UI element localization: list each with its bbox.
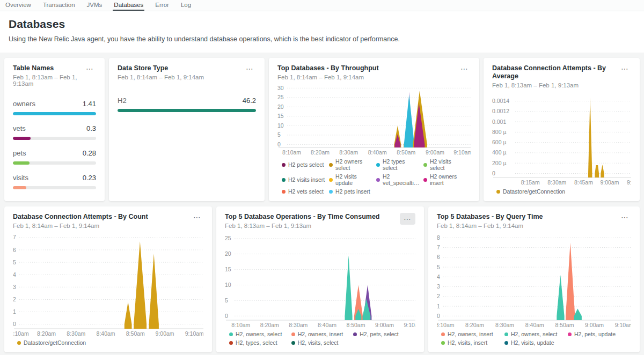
- svg-text:9:10am: 9:10am: [615, 322, 631, 328]
- card-title: Table Names: [13, 64, 84, 72]
- card-title: Database Connection Attempts - By Averag…: [492, 64, 619, 80]
- svg-text:600 µ: 600 µ: [492, 139, 507, 145]
- svg-text:0: 0: [13, 321, 16, 327]
- bar-row-vets: vets0.3: [13, 124, 96, 140]
- svg-text:9:00am: 9:00am: [426, 149, 444, 156]
- page-description: Using the New Relic Java agent, you have…: [9, 35, 635, 43]
- legend-item[interactable]: H2 owners insert: [423, 173, 471, 186]
- card-menu-icon[interactable]: ⋯: [191, 213, 203, 221]
- svg-text:0: 0: [492, 170, 495, 176]
- svg-text:3: 3: [437, 283, 440, 290]
- card-menu-icon[interactable]: ⋯: [619, 213, 631, 221]
- legend-item[interactable]: H2 owners select: [329, 158, 376, 171]
- legend-label: H2, owners, select: [236, 331, 282, 337]
- legend-dot-icon: [282, 190, 286, 194]
- chart-legend: H2, owners, insertH2, owners, selectH2, …: [437, 331, 631, 346]
- card-time-range: Feb 1, 8:13am – Feb 1, 9:13am: [492, 82, 619, 88]
- svg-text:8:10am: 8:10am: [231, 322, 250, 328]
- svg-text:8: 8: [437, 234, 440, 241]
- svg-text:8:40am: 8:40am: [97, 330, 115, 337]
- time-consumed-area-chart: 05101520258:10am8:20am8:30am8:40am8:50am…: [225, 230, 415, 329]
- svg-text:200 µ: 200 µ: [492, 160, 507, 166]
- legend-item[interactable]: H2, visits, insert: [441, 339, 504, 346]
- throughput-area-chart: 0510152025308:10am8:20am8:30am8:40am8:50…: [277, 82, 471, 157]
- svg-text:10: 10: [225, 282, 231, 288]
- svg-text:8:40am: 8:40am: [525, 322, 544, 328]
- bar-row-h2: H246.2: [118, 97, 256, 112]
- legend-item[interactable]: H2, owners, select: [229, 331, 291, 337]
- bar-track: [13, 112, 96, 115]
- legend-dot-icon: [423, 178, 427, 182]
- bar-fill: [13, 112, 96, 115]
- legend-item[interactable]: H2 vet_specialti…: [376, 173, 423, 186]
- legend-dot-icon: [568, 332, 572, 336]
- tab-databases[interactable]: Databases: [113, 0, 144, 11]
- legend-item[interactable]: Datastore/getConnection: [17, 339, 89, 346]
- legend-label: H2 vet_specialti…: [383, 173, 420, 186]
- legend-item[interactable]: H2 visits insert: [282, 173, 329, 186]
- legend-item[interactable]: H2 pets insert: [329, 188, 376, 195]
- legend-label: H2, owners, insert: [448, 331, 493, 337]
- legend-item[interactable]: H2, visits, update: [504, 339, 568, 346]
- legend-label: H2 vets select: [288, 188, 324, 195]
- card-menu-icon[interactable]: ⋯: [400, 213, 415, 225]
- svg-text:8:10am: 8:10am: [13, 330, 29, 337]
- card-connection-attempts-average: Database Connection Attempts - By Averag…: [484, 58, 640, 201]
- card-time-range: Feb 1, 8:14am – Feb 1, 9:14am: [13, 223, 148, 229]
- svg-text:9:10am: 9:10am: [453, 149, 471, 156]
- card-top-databases-throughput: Top Databases - By Throughput Feb 1, 8:1…: [269, 58, 479, 201]
- svg-text:20: 20: [225, 250, 231, 257]
- legend-item[interactable]: H2 visits select: [423, 158, 471, 171]
- legend-dot-icon: [229, 341, 233, 345]
- page-title: Databases: [9, 18, 635, 31]
- legend-item[interactable]: H2, owners, insert: [291, 331, 354, 337]
- legend-item[interactable]: H2 visits update: [329, 173, 376, 186]
- tab-error[interactable]: Error: [154, 0, 170, 11]
- tab-log[interactable]: Log: [180, 0, 192, 11]
- legend-label: H2, visits, insert: [448, 339, 487, 346]
- legend-label: H2 pets select: [288, 161, 324, 168]
- legend-item[interactable]: Datastore/getConnection: [496, 188, 568, 195]
- tab-bar: OverviewTransactionJVMsDatabasesErrorLog: [0, 0, 644, 11]
- bar-label: H2: [118, 97, 127, 105]
- legend-dot-icon: [504, 341, 508, 345]
- svg-text:4: 4: [13, 271, 16, 278]
- tab-jvms[interactable]: JVMs: [86, 0, 104, 11]
- svg-text:8:40am: 8:40am: [368, 149, 387, 156]
- svg-text:9:10am: 9:10am: [185, 330, 203, 337]
- card-top5-databases-query-time: Top 5 Databases - By Query Time Feb 1, 8…: [428, 206, 640, 352]
- legend-item[interactable]: H2 pets select: [282, 158, 329, 171]
- svg-text:0.0012: 0.0012: [492, 108, 509, 114]
- svg-text:9:00am: 9:00am: [156, 330, 174, 337]
- legend-item[interactable]: H2, pets, update: [568, 331, 631, 337]
- card-menu-icon[interactable]: ⋯: [84, 64, 96, 73]
- legend-dot-icon: [441, 332, 445, 336]
- legend-label: Datastore/getConnection: [503, 188, 565, 195]
- chart-legend: Datastore/getConnection: [13, 339, 203, 346]
- legend-item[interactable]: H2, types, select: [229, 339, 291, 346]
- bar-fill: [13, 186, 26, 189]
- svg-text:1: 1: [13, 308, 16, 315]
- card-table-names: Table Names Feb 1, 8:13am – Feb 1, 9:13a…: [4, 58, 105, 201]
- legend-item[interactable]: H2, owners, insert: [441, 331, 504, 337]
- bar-row-pets: pets0.28: [13, 149, 96, 165]
- bar-track: [13, 186, 96, 189]
- legend-item[interactable]: H2 types select: [376, 158, 423, 171]
- card-menu-icon[interactable]: ⋯: [619, 64, 631, 73]
- tab-overview[interactable]: Overview: [4, 0, 32, 11]
- svg-text:0: 0: [277, 141, 281, 147]
- tab-transaction[interactable]: Transaction: [42, 0, 76, 11]
- card-menu-icon[interactable]: ⋯: [458, 64, 471, 73]
- card-title: Top 5 Databases - By Query Time: [437, 213, 543, 221]
- legend-item[interactable]: H2 vets select: [282, 188, 329, 195]
- legend-label: H2, owners, select: [511, 331, 557, 337]
- legend-item[interactable]: H2, owners, select: [504, 331, 568, 337]
- card-menu-icon[interactable]: ⋯: [244, 64, 256, 73]
- svg-text:8:20am: 8:20am: [311, 149, 330, 156]
- legend-label: Datastore/getConnection: [24, 339, 86, 346]
- legend-item[interactable]: H2, visits, select: [291, 339, 354, 346]
- card-time-range: Feb 1, 8:14am – Feb 1, 9:14am: [437, 223, 543, 229]
- legend-item[interactable]: H2, pets, select: [353, 331, 415, 337]
- svg-text:8:10am: 8:10am: [437, 322, 455, 328]
- legend-dot-icon: [496, 190, 500, 194]
